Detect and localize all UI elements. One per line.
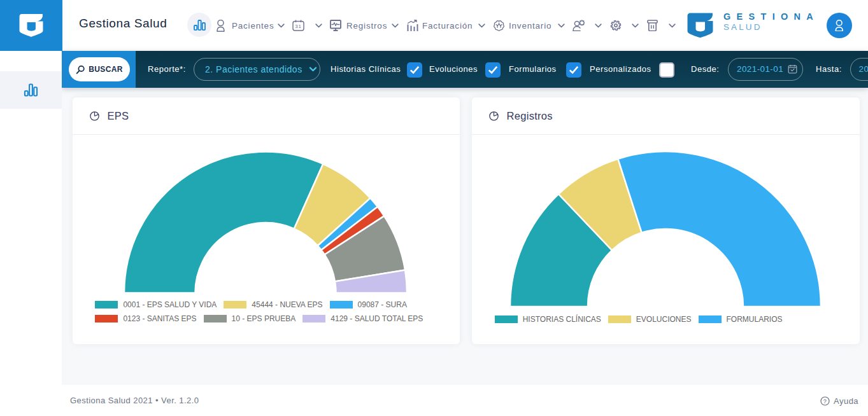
svg-text:?: ? — [823, 398, 827, 405]
